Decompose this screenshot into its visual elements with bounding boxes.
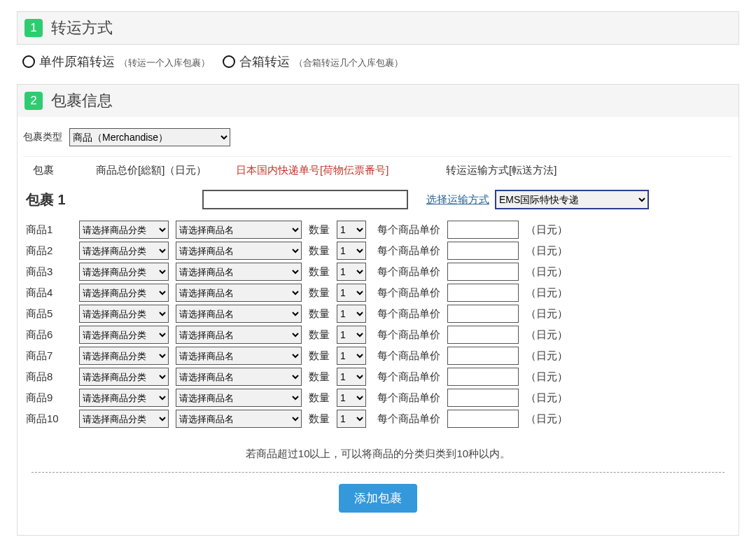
section1-title: 转运方式 bbox=[51, 18, 113, 39]
yen-label: （日元） bbox=[526, 391, 568, 405]
yen-label: （日元） bbox=[526, 370, 568, 384]
tracking-number-input[interactable] bbox=[202, 190, 408, 209]
radio-desc: （转运一个入库包裹） bbox=[119, 57, 210, 69]
item-category-select[interactable]: 请选择商品分类 bbox=[79, 284, 169, 302]
add-package-button[interactable]: 添加包裹 bbox=[339, 484, 417, 513]
yen-label: （日元） bbox=[526, 349, 568, 363]
qty-label: 数量 bbox=[309, 286, 330, 300]
section-package-info: 2 包裹信息 包裹类型 商品（Merchandise） 包裹 商品总价[総額]（… bbox=[17, 84, 739, 536]
item-row: 商品6请选择商品分类请选择商品名数量1每个商品单价（日元） bbox=[24, 324, 732, 345]
item-row: 商品10请选择商品分类请选择商品名数量1每个商品单价（日元） bbox=[24, 408, 732, 429]
item-price-input[interactable] bbox=[447, 368, 519, 386]
item-label: 商品2 bbox=[26, 244, 72, 258]
item-name-select[interactable]: 请选择商品名 bbox=[176, 284, 302, 302]
item-qty-select[interactable]: 1 bbox=[337, 410, 366, 428]
item-price-input[interactable] bbox=[447, 410, 519, 428]
item-row: 商品4请选择商品分类请选择商品名数量1每个商品单价（日元） bbox=[24, 282, 732, 303]
item-qty-select[interactable]: 1 bbox=[337, 221, 366, 239]
item-price-input[interactable] bbox=[447, 326, 519, 344]
items-limit-note: 若商品超过10以上，可以将商品的分类归类到10种以内。 bbox=[24, 429, 732, 468]
item-label: 商品6 bbox=[26, 328, 72, 342]
item-category-select[interactable]: 请选择商品分类 bbox=[79, 410, 169, 428]
item-category-select[interactable]: 请选择商品分类 bbox=[79, 389, 169, 407]
item-name-select[interactable]: 请选择商品名 bbox=[176, 221, 302, 239]
radio-label: 单件原箱转运 bbox=[39, 53, 115, 70]
col-tracking: 日本国内快递单号[荷物伝票番号] bbox=[236, 164, 446, 177]
item-name-select[interactable]: 请选择商品名 bbox=[176, 305, 302, 323]
step-badge-1: 1 bbox=[24, 19, 43, 37]
section2-title: 包裹信息 bbox=[51, 90, 113, 111]
item-name-select[interactable]: 请选择商品名 bbox=[176, 368, 302, 386]
yen-label: （日元） bbox=[526, 286, 568, 300]
item-name-select[interactable]: 请选择商品名 bbox=[176, 263, 302, 281]
package-name: 包裹 1 bbox=[26, 190, 202, 209]
item-category-select[interactable]: 请选择商品分类 bbox=[79, 326, 169, 344]
price-label: 每个商品单价 bbox=[377, 244, 440, 258]
item-qty-select[interactable]: 1 bbox=[337, 389, 366, 407]
price-label: 每个商品单价 bbox=[377, 370, 440, 384]
section-shipping-method: 1 转运方式 bbox=[17, 11, 739, 45]
item-name-select[interactable]: 请选择商品名 bbox=[176, 347, 302, 365]
yen-label: （日元） bbox=[526, 412, 568, 426]
item-price-input[interactable] bbox=[447, 263, 519, 281]
item-category-select[interactable]: 请选择商品分类 bbox=[79, 263, 169, 281]
package-type-select[interactable]: 商品（Merchandise） bbox=[69, 128, 230, 146]
yen-label: （日元） bbox=[526, 307, 568, 321]
price-label: 每个商品单价 bbox=[377, 412, 440, 426]
ship-method-select[interactable]: EMS国际特快专递 bbox=[495, 190, 649, 209]
item-label: 商品4 bbox=[26, 286, 72, 300]
col-total-price: 商品总价[総額]（日元） bbox=[96, 164, 236, 177]
item-qty-select[interactable]: 1 bbox=[337, 368, 366, 386]
col-ship-method: 转运运输方式[転送方法] bbox=[446, 164, 698, 177]
item-name-select[interactable]: 请选择商品名 bbox=[176, 410, 302, 428]
shipping-method-options: 单件原箱转运 （转运一个入库包裹） 合箱转运 （合箱转运几个入库包裹） bbox=[17, 45, 739, 73]
qty-label: 数量 bbox=[309, 307, 330, 321]
item-qty-select[interactable]: 1 bbox=[337, 326, 366, 344]
item-label: 商品10 bbox=[26, 412, 72, 426]
item-name-select[interactable]: 请选择商品名 bbox=[176, 326, 302, 344]
qty-label: 数量 bbox=[309, 412, 330, 426]
item-name-select[interactable]: 请选择商品名 bbox=[176, 389, 302, 407]
item-row: 商品7请选择商品分类请选择商品名数量1每个商品单价（日元） bbox=[24, 345, 732, 366]
radio-icon bbox=[223, 55, 235, 68]
item-price-input[interactable] bbox=[447, 347, 519, 365]
qty-label: 数量 bbox=[309, 328, 330, 342]
item-qty-select[interactable]: 1 bbox=[337, 284, 366, 302]
item-qty-select[interactable]: 1 bbox=[337, 242, 366, 260]
step-badge-2: 2 bbox=[24, 92, 43, 110]
item-category-select[interactable]: 请选择商品分类 bbox=[79, 305, 169, 323]
item-qty-select[interactable]: 1 bbox=[337, 263, 366, 281]
item-qty-select[interactable]: 1 bbox=[337, 305, 366, 323]
item-name-select[interactable]: 请选择商品名 bbox=[176, 242, 302, 260]
item-label: 商品3 bbox=[26, 265, 72, 279]
item-price-input[interactable] bbox=[447, 305, 519, 323]
col-package: 包裹 bbox=[33, 164, 96, 177]
item-row: 商品1请选择商品分类请选择商品名数量1每个商品单价（日元） bbox=[24, 219, 732, 240]
item-category-select[interactable]: 请选择商品分类 bbox=[79, 368, 169, 386]
item-category-select[interactable]: 请选择商品分类 bbox=[79, 242, 169, 260]
price-label: 每个商品单价 bbox=[377, 307, 440, 321]
item-category-select[interactable]: 请选择商品分类 bbox=[79, 347, 169, 365]
radio-single-box[interactable]: 单件原箱转运 （转运一个入库包裹） bbox=[22, 53, 210, 70]
item-price-input[interactable] bbox=[447, 284, 519, 302]
item-price-input[interactable] bbox=[447, 242, 519, 260]
item-label: 商品7 bbox=[26, 349, 72, 363]
item-label: 商品1 bbox=[26, 223, 72, 237]
item-price-input[interactable] bbox=[447, 389, 519, 407]
yen-label: （日元） bbox=[526, 244, 568, 258]
item-row: 商品5请选择商品分类请选择商品名数量1每个商品单价（日元） bbox=[24, 303, 732, 324]
radio-combine-box[interactable]: 合箱转运 （合箱转运几个入库包裹） bbox=[223, 53, 403, 70]
yen-label: （日元） bbox=[526, 265, 568, 279]
choose-ship-method-link[interactable]: 选择运输方式 bbox=[426, 193, 489, 207]
price-label: 每个商品单价 bbox=[377, 223, 440, 237]
qty-label: 数量 bbox=[309, 244, 330, 258]
price-label: 每个商品单价 bbox=[377, 265, 440, 279]
yen-label: （日元） bbox=[526, 223, 568, 237]
qty-label: 数量 bbox=[309, 391, 330, 405]
radio-desc: （合箱转运几个入库包裹） bbox=[294, 57, 403, 69]
item-category-select[interactable]: 请选择商品分类 bbox=[79, 221, 169, 239]
qty-label: 数量 bbox=[309, 370, 330, 384]
item-qty-select[interactable]: 1 bbox=[337, 347, 366, 365]
item-price-input[interactable] bbox=[447, 221, 519, 239]
yen-label: （日元） bbox=[526, 328, 568, 342]
